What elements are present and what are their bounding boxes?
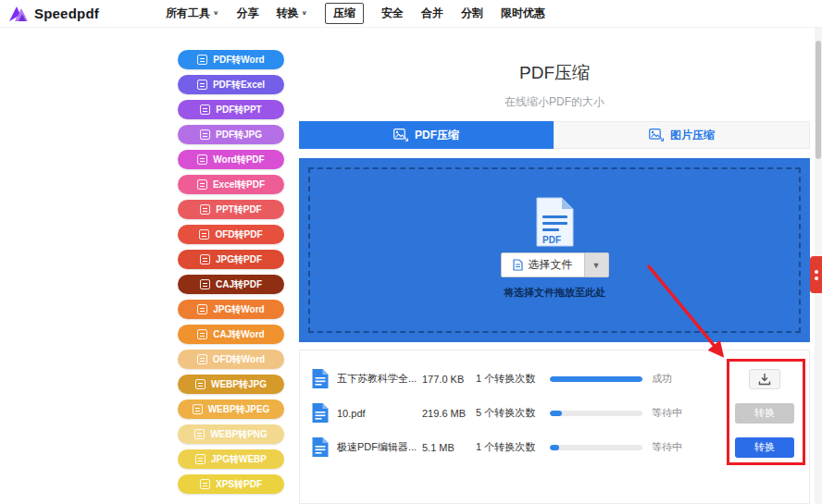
upload-dropzone[interactable]: PDF 选择文件 ▼ 将选择文件拖放至此处 xyxy=(299,158,810,342)
sidebar-item-label: WEBP转PNG xyxy=(210,428,268,441)
nav-item-split[interactable]: 分割 xyxy=(461,6,483,21)
sidebar-item-word-to-pdf[interactable]: Word转PDF xyxy=(178,150,284,169)
top-navbar: Speedpdf 所有工具 ∨ 分享 转换 ∨ 压缩 安全 合并 分割 限时优惠 xyxy=(0,0,822,28)
nav-menu: 所有工具 ∨ 分享 转换 ∨ 压缩 安全 合并 分割 限时优惠 xyxy=(166,3,545,24)
nav-item-label: 限时优惠 xyxy=(501,6,545,21)
progress-bar xyxy=(550,376,642,382)
sidebar-item-webp-to-png[interactable]: WEBP转PNG xyxy=(178,424,284,444)
sidebar-item-label: OFD转PDF xyxy=(215,228,262,241)
nav-item-label: 所有工具 xyxy=(166,6,210,21)
scrollbar-thumb[interactable] xyxy=(816,41,821,159)
file-status: 等待中 xyxy=(652,440,698,454)
service-dot-icon xyxy=(815,277,818,280)
nav-item-security[interactable]: 安全 xyxy=(381,6,404,21)
file-convert-icon xyxy=(197,80,207,90)
file-convert-icon xyxy=(200,204,210,215)
file-convert-icon xyxy=(200,254,210,264)
file-icon xyxy=(311,368,330,389)
nav-item-share[interactable]: 分享 xyxy=(236,6,258,21)
file-row: 五下苏教科学全... 177.0 KB 1 个转换次数 成功 xyxy=(311,362,798,396)
tab-label: PDF压缩 xyxy=(415,128,459,143)
sidebar-item-caj-to-pdf[interactable]: CAJ转PDF xyxy=(178,275,284,294)
file-size: 177.0 KB xyxy=(422,374,476,385)
convert-button[interactable]: 转换 xyxy=(735,437,794,458)
progress-fill xyxy=(550,376,642,382)
tab-pdf-compress[interactable]: PDF压缩 xyxy=(299,121,554,149)
file-list: 五下苏教科学全... 177.0 KB 1 个转换次数 成功 10.pdf xyxy=(299,350,810,504)
tab-image-compress[interactable]: 图片压缩 xyxy=(554,121,810,149)
compress-tabs: PDF压缩 图片压缩 xyxy=(299,121,810,149)
sidebar-item-label: CAJ转Word xyxy=(213,328,264,341)
file-action: 转换 xyxy=(735,437,794,458)
sidebar-item-ofd-to-word[interactable]: OFD转Word xyxy=(178,350,284,369)
sidebar-item-label: JPG转WEBP xyxy=(211,453,267,466)
progress-bar xyxy=(550,411,642,416)
file-convert-icon xyxy=(197,329,207,339)
sidebar-item-pdf-to-ppt[interactable]: PDF转PPT xyxy=(178,100,284,119)
progress-bar xyxy=(550,445,642,450)
sidebar-item-pdf-to-jpg[interactable]: PDF转JPG xyxy=(178,125,284,144)
sidebar-item-webp-to-jpg[interactable]: WEBP转JPG xyxy=(178,375,284,394)
nav-item-convert[interactable]: 转换 ∨ xyxy=(276,6,307,21)
sidebar-item-label: PDF转JPG xyxy=(216,129,262,141)
nav-item-merge[interactable]: 合并 xyxy=(421,6,443,21)
sidebar-item-xps-to-pdf[interactable]: XPS转PDF xyxy=(178,474,284,494)
sidebar-item-caj-to-word[interactable]: CAJ转Word xyxy=(178,325,284,344)
nav-item-all-tools[interactable]: 所有工具 ∨ xyxy=(166,6,219,21)
convert-button-disabled[interactable]: 转换 xyxy=(735,403,794,424)
image-compress-icon xyxy=(393,129,408,141)
nav-item-compress[interactable]: 压缩 xyxy=(325,3,364,24)
file-name: 极速PDF编辑器... xyxy=(337,440,422,454)
sidebar-item-label: XPS转PDF xyxy=(216,478,262,491)
sidebar-item-label: Word转PDF xyxy=(213,154,264,166)
file-name: 10.pdf xyxy=(337,408,422,419)
file-convert-icon xyxy=(197,154,207,165)
dropzone-hint: 将选择文件拖放至此处 xyxy=(504,286,605,300)
file-icon xyxy=(311,436,330,458)
sidebar-item-jpg-to-pdf[interactable]: JPG转PDF xyxy=(178,250,284,269)
download-icon xyxy=(758,373,771,386)
file-convert-count: 5 个转换次数 xyxy=(476,406,550,420)
sidebar-item-label: WEBP转JPEG xyxy=(208,403,270,416)
file-name: 五下苏教科学全... xyxy=(337,372,422,386)
file-status: 等待中 xyxy=(652,406,698,420)
sidebar-item-pdf-to-word[interactable]: PDF转Word xyxy=(178,50,284,69)
sidebar-item-webp-to-jpeg[interactable]: WEBP转JPEG xyxy=(178,400,284,419)
nav-item-label: 安全 xyxy=(381,6,404,21)
select-file-dropdown-toggle[interactable]: ▼ xyxy=(585,252,609,277)
sidebar-item-ofd-to-pdf[interactable]: OFD转PDF xyxy=(178,225,284,244)
brand-name: Speedpdf xyxy=(34,6,99,21)
file-size: 219.6 MB xyxy=(422,408,476,419)
file-convert-icon xyxy=(200,479,210,489)
sidebar-item-label: OFD转Word xyxy=(213,353,265,366)
file-action xyxy=(735,369,794,389)
nav-item-promo[interactable]: 限时优惠 xyxy=(501,6,545,21)
page-title: PDF压缩 xyxy=(299,61,810,85)
sidebar-item-jpg-to-webp[interactable]: JPG转WEBP xyxy=(178,449,284,469)
sidebar-item-label: PDF转Excel xyxy=(213,79,265,92)
nav-item-label: 合并 xyxy=(421,6,443,21)
select-file-split-button: 选择文件 ▼ xyxy=(501,252,609,277)
file-convert-count: 1 个转换次数 xyxy=(476,440,550,454)
sidebar-item-ppt-to-pdf[interactable]: PPT转PDF xyxy=(178,200,284,219)
select-file-button[interactable]: 选择文件 xyxy=(501,252,585,277)
nav-item-label: 压缩 xyxy=(333,6,355,21)
sidebar-item-excel-to-pdf[interactable]: Excel转PDF xyxy=(178,175,284,194)
sidebar-item-jpg-to-word[interactable]: JPG转Word xyxy=(178,300,284,319)
tab-label: 图片压缩 xyxy=(670,128,715,143)
main-content: PDF压缩 在线缩小PDF的大小 PDF压缩 图片压缩 xyxy=(299,41,810,504)
sidebar-item-pdf-to-excel[interactable]: PDF转Excel xyxy=(178,75,284,94)
customer-service-widget[interactable] xyxy=(810,256,822,293)
file-convert-icon xyxy=(200,129,210,140)
file-size: 5.1 MB xyxy=(422,442,476,453)
file-row: 10.pdf 219.6 MB 5 个转换次数 等待中 转换 xyxy=(311,396,798,430)
file-convert-icon xyxy=(200,104,210,115)
nav-item-label: 分割 xyxy=(461,6,483,21)
service-dot-icon xyxy=(815,270,818,274)
file-convert-icon xyxy=(197,179,207,190)
sidebar-item-label: PDF转Word xyxy=(213,54,264,67)
brand-logo[interactable]: Speedpdf xyxy=(7,5,99,23)
sidebar-item-label: PDF转PPT xyxy=(216,104,261,117)
page-scrollbar[interactable] xyxy=(815,0,822,504)
download-button[interactable] xyxy=(749,369,780,389)
